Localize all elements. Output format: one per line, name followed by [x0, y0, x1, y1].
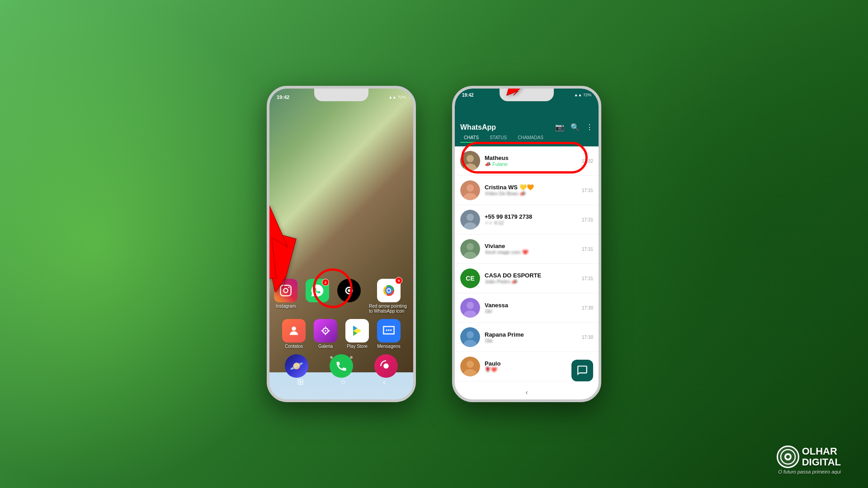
chat-time-matheus: 17:32 [582, 159, 593, 164]
phone2-navbar: ‹ [455, 389, 599, 396]
chat-preview-matheus: 📣 Fulano [485, 161, 577, 167]
whatsapp-icon[interactable]: 2 [306, 279, 329, 302]
chat-item-viviane[interactable]: Viviane Você reage com ❤️ 17:31 [455, 235, 599, 264]
whatsapp-camera-icon[interactable]: 📷 [555, 123, 564, 131]
chat-item-unknown[interactable]: +55 99 8179 2738 ✓✓ 4:12 17:31 [455, 205, 599, 235]
phones-container: 19:42 ▲▲ 72% [267, 86, 601, 402]
svg-point-13 [325, 330, 326, 332]
app-whatsapp[interactable]: 2 [306, 279, 329, 314]
messages-icon[interactable] [377, 319, 401, 343]
phone-icon[interactable] [330, 354, 353, 378]
svg-point-1 [283, 288, 288, 292]
app-playstore[interactable]: Play Store [345, 319, 369, 349]
svg-point-24 [390, 329, 392, 331]
chat-avatar-matheus [460, 151, 480, 171]
gallery-label: Galeria [318, 344, 333, 349]
tab-chamadas[interactable]: CHAMADAS [514, 133, 547, 143]
od-name: OLHARDIGITAL [802, 446, 841, 468]
svg-point-4 [348, 289, 350, 292]
chat-meta-viviane: 17:31 [582, 247, 593, 252]
app-chrome[interactable]: 5 Red arrow pointing to WhatsApp icon [369, 279, 409, 314]
screen-recorder-icon[interactable] [374, 354, 398, 378]
app-gallery[interactable]: Galeria [314, 319, 337, 349]
phone1-screen: 19:42 ▲▲ 72% [269, 89, 413, 399]
saturn-icon[interactable]: 🪐 [285, 354, 308, 378]
chat-info-casaesporte: CASA DO ESPORTE João Pedro 📣 [485, 272, 577, 285]
navbar-menu-icon[interactable]: ⊞ [297, 377, 304, 387]
chat-meta-cristina: 17:31 [582, 188, 593, 193]
app-phone[interactable] [330, 354, 353, 378]
chat-meta-unknown: 17:31 [582, 217, 593, 222]
olhar-digital-logo: OLHARDIGITAL O futuro passa primeiro aqu… [777, 446, 841, 474]
apps-row-2: Contatos [274, 319, 409, 349]
phone1-power-button [415, 156, 416, 183]
chat-info-viviane: Viviane Você reage com ❤️ [485, 243, 577, 255]
phone2-volume-down-button [452, 170, 453, 195]
chat-item-vanessa[interactable]: Vanessa Ok! 17:30 [455, 293, 599, 323]
tab-status[interactable]: STATUS [486, 133, 510, 143]
chat-info-rapanaprime: Rapana Prime Olá [485, 331, 577, 343]
navbar-home-icon[interactable]: ○ [341, 377, 346, 387]
chat-item-matheus[interactable]: Matheus 📣 Fulano 17:32 [455, 146, 599, 176]
gallery-icon[interactable] [314, 319, 337, 343]
phone1-battery-text: 72% [398, 95, 406, 99]
whatsapp-badge: 2 [322, 279, 329, 286]
phone1-volume-down-button [267, 170, 268, 195]
navbar-back-icon[interactable]: ‹ [383, 377, 386, 387]
app-screen-recorder[interactable] [374, 354, 398, 378]
chat-item-rapanaprime[interactable]: Rapana Prime Olá 17:30 [455, 323, 599, 352]
tab-chats[interactable]: CHATS [460, 133, 482, 143]
chat-avatar-casaesporte: CE [460, 268, 480, 288]
contacts-icon[interactable] [282, 319, 306, 343]
messages-label: Mensagens [377, 344, 401, 349]
svg-point-22 [386, 329, 388, 331]
playstore-label: Play Store [347, 344, 368, 349]
chrome-icon[interactable]: 5 [377, 279, 401, 302]
phone2-screen: 19:42 ▲▲ 72% WhatsApp 📷 🔍 ⋮ CHATS STATUS… [455, 89, 599, 399]
instagram-icon[interactable] [274, 279, 297, 302]
phone1-volume-up-button [267, 147, 268, 163]
app-camera[interactable] [337, 279, 361, 314]
app-saturn[interactable]: 🪐 [285, 354, 308, 378]
od-tagline: O futuro passa primeiro aqui [778, 469, 841, 474]
phone2-power-button [600, 156, 601, 183]
chat-preview-cristina: Vídeo De Boas 📣 [485, 191, 577, 197]
chat-name-cristina: Cristina WS 💛🧡 [485, 184, 577, 191]
chat-item-cristina[interactable]: Cristina WS 💛🧡 Vídeo De Boas 📣 17:31 [455, 176, 599, 205]
phone2-signal-battery: ▲▲ 72% [574, 93, 591, 97]
app-contacts[interactable]: Contatos [282, 319, 306, 349]
chat-meta-vanessa: 17:30 [582, 305, 593, 310]
phone1-time: 19:42 [277, 94, 289, 100]
phone2-back-icon[interactable]: ‹ [526, 389, 528, 396]
svg-point-11 [292, 327, 296, 331]
chat-info-unknown: +55 99 8179 2738 ✓✓ 4:12 [485, 213, 577, 226]
chat-avatar-vanessa [460, 298, 480, 318]
whatsapp-chat-list: Matheus 📣 Fulano 17:32 [455, 146, 599, 381]
phone2-time: 19:42 [462, 93, 474, 98]
chat-preview-unknown: ✓✓ 4:12 [485, 220, 577, 226]
whatsapp-tabs: CHATS STATUS CHAMADAS [455, 133, 599, 143]
chat-name-rapanaprime: Rapana Prime [485, 331, 577, 338]
chat-time-viviane: 17:31 [582, 247, 593, 252]
svg-point-54 [786, 455, 790, 459]
app-instagram[interactable]: Instagram [274, 279, 297, 314]
whatsapp-compose-fab[interactable] [571, 360, 593, 381]
camera-icon[interactable] [337, 279, 361, 302]
app-messages[interactable]: Mensagens [377, 319, 401, 349]
whatsapp-menu-icon[interactable]: ⋮ [586, 123, 593, 131]
whatsapp-header-top: WhatsApp 📷 🔍 ⋮ [455, 123, 599, 131]
chat-meta-matheus: 17:32 [582, 159, 593, 164]
whatsapp-header: WhatsApp 📷 🔍 ⋮ CHATS STATUS CHAMADAS [455, 101, 599, 146]
phone2-notch [500, 89, 554, 101]
chat-item-casaesporte[interactable]: CE CASA DO ESPORTE João Pedro 📣 17:31 [455, 264, 599, 293]
chrome-label: Red arrow pointing to WhatsApp icon [369, 304, 409, 314]
whatsapp-search-icon[interactable]: 🔍 [571, 123, 580, 131]
svg-point-23 [388, 329, 390, 331]
chat-info-matheus: Matheus 📣 Fulano [485, 155, 577, 167]
chat-time-vanessa: 17:30 [582, 305, 593, 310]
contacts-label: Contatos [285, 344, 303, 349]
svg-point-32 [467, 184, 474, 192]
od-logo-top: OLHARDIGITAL [777, 446, 841, 468]
phone1-dock-apps: 🪐 [274, 354, 409, 378]
playstore-icon[interactable] [345, 319, 369, 343]
